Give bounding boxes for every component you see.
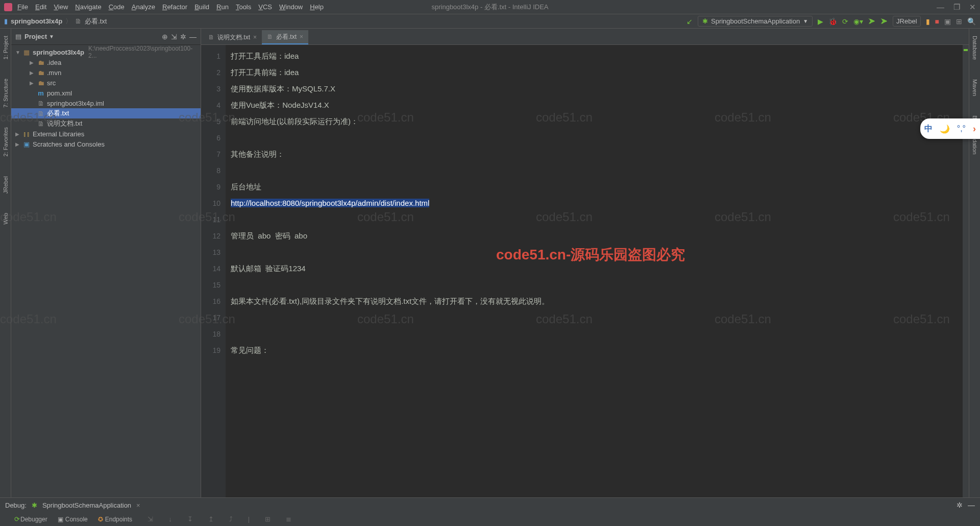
debug-step-icon[interactable]: ≣ xyxy=(286,515,291,523)
menu-build[interactable]: Build xyxy=(194,3,209,11)
chevron-down-icon[interactable]: ▼ xyxy=(49,34,54,39)
debug-step-icon[interactable]: ⊞ xyxy=(265,515,271,523)
menu-analyze[interactable]: Analyze xyxy=(132,3,155,11)
ime-lang[interactable]: 中 xyxy=(924,124,933,134)
tool-tab-2-favorites[interactable]: 2: Favorites xyxy=(3,125,9,158)
project-tree[interactable]: ▼▦ springboot3lx4p K:\needProccess\2023\… xyxy=(11,45,201,497)
maximize-icon[interactable]: ❐ xyxy=(953,3,960,12)
menu-file[interactable]: File xyxy=(17,3,28,11)
breadcrumb-root[interactable]: springboot3lx4p xyxy=(11,17,62,25)
project-panel-title[interactable]: Project xyxy=(24,33,47,40)
build-icon[interactable]: ↙ xyxy=(687,17,693,26)
tree-scratches[interactable]: ▶▣ Scratches and Consoles xyxy=(11,139,201,149)
debug-app-name[interactable]: SpringbootSchemaApplication xyxy=(42,501,131,509)
menu-navigate[interactable]: Navigate xyxy=(75,3,101,11)
code-line[interactable]: 使用Vue版本：NodeJsV14.X xyxy=(226,97,963,113)
debug-step-icon[interactable]: | xyxy=(248,515,250,523)
menu-vcs[interactable]: VCS xyxy=(258,3,272,11)
tool-tab-web[interactable]: Web xyxy=(3,211,9,226)
locate-icon[interactable]: ⊕ xyxy=(162,33,168,41)
git-icon[interactable]: ▣ xyxy=(944,17,951,26)
code-line[interactable] xyxy=(226,162,963,179)
code-line[interactable]: 如果本文件(必看.txt),同级目录文件夹下有说明文档.txt文件，请打开看下，… xyxy=(226,293,963,309)
code-line[interactable] xyxy=(226,130,963,146)
tool-tab-database[interactable]: Database xyxy=(972,34,978,62)
tree-external-libraries[interactable]: ▶⫿⫿ External Libraries xyxy=(11,129,201,139)
moon-icon[interactable]: 🌙 xyxy=(940,124,950,134)
collapse-icon[interactable]: — xyxy=(189,33,197,41)
breadcrumb[interactable]: ▮ springboot3lx4p 〉 🗎 必看.txt xyxy=(4,17,107,26)
tree-item[interactable]: ▶🖿src xyxy=(11,78,201,88)
jrebel-label[interactable]: JRebel xyxy=(893,16,920,27)
ime-dots[interactable]: °,° xyxy=(957,124,966,133)
editor-tab[interactable]: 🗎说明文档.txt× xyxy=(203,30,262,44)
menu-edit[interactable]: Edit xyxy=(35,3,46,11)
debug-step-icon[interactable]: ↓ xyxy=(168,515,172,523)
tool-tab-maven[interactable]: Maven xyxy=(972,77,978,98)
debug-icon[interactable]: 🐞 xyxy=(828,17,837,26)
code-line[interactable]: 前端访问地址(以前段实际运行为准)： xyxy=(226,113,963,130)
code-line[interactable]: 管理员 abo 密码 abo xyxy=(226,228,963,244)
code-line[interactable]: 默认邮箱 验证码1234 xyxy=(226,260,963,277)
tool-tab-jrebel[interactable]: JRebel xyxy=(3,174,9,196)
debug-step-icon[interactable]: ⤴ xyxy=(229,515,233,523)
code-line[interactable] xyxy=(226,326,963,342)
tree-item[interactable]: ▶🖿.mvn xyxy=(11,67,201,78)
editor-tab[interactable]: 🗎必看.txt× xyxy=(262,30,308,44)
editor-marker-bar[interactable] xyxy=(963,45,969,497)
code-line[interactable] xyxy=(226,277,963,293)
arrow-right-icon[interactable]: › xyxy=(973,124,976,134)
breadcrumb-file[interactable]: 必看.txt xyxy=(85,17,107,26)
code-line[interactable] xyxy=(226,309,963,326)
coverage-icon[interactable]: ⟳ xyxy=(842,17,848,26)
ime-floating-toolbar[interactable]: 中 🌙 °,° › xyxy=(920,118,980,139)
attach-icon[interactable]: ▮ xyxy=(926,17,930,26)
tree-item[interactable]: mpom.xml xyxy=(11,88,201,98)
tree-root[interactable]: ▼▦ springboot3lx4p K:\needProccess\2023\… xyxy=(11,47,201,57)
run-icon[interactable]: ▶ xyxy=(818,17,823,26)
code-line[interactable]: 打开工具后端：idea xyxy=(226,48,963,64)
expand-icon[interactable]: ⇲ xyxy=(171,33,177,41)
code-line[interactable] xyxy=(226,244,963,260)
tool-tab-7-structure[interactable]: 7: Structure xyxy=(3,77,9,110)
run-configuration-select[interactable]: ✱ SpringbootSchemaApplication ▼ xyxy=(698,16,813,27)
menu-help[interactable]: Help xyxy=(310,3,324,11)
close-icon[interactable]: ✕ xyxy=(969,3,976,12)
code-line[interactable]: 使用数据库版本：MySQL5.7.X xyxy=(226,81,963,97)
tree-item[interactable]: 🗎说明文档.txt xyxy=(11,118,201,129)
jrebel-run-icon[interactable]: ⮞ xyxy=(868,17,875,26)
menu-code[interactable]: Code xyxy=(109,3,125,11)
debug-step-icon[interactable]: ↧ xyxy=(187,515,193,523)
code-line[interactable]: 后台地址 xyxy=(226,179,963,195)
editor-gutter[interactable]: 12345678910111213141516171819 xyxy=(201,45,226,497)
close-icon[interactable]: × xyxy=(253,34,257,41)
close-icon[interactable]: × xyxy=(136,501,140,509)
stop-icon[interactable]: ■ xyxy=(935,17,939,26)
debug-step-icon[interactable]: ⇲ xyxy=(148,515,153,523)
close-icon[interactable]: × xyxy=(300,33,303,40)
debug-tab-endpoints[interactable]: ✪Endpoints xyxy=(98,516,132,523)
search-icon[interactable]: 🔍 xyxy=(967,17,976,26)
profile-icon[interactable]: ◉▾ xyxy=(853,17,863,26)
minimize-icon[interactable]: — xyxy=(968,501,975,509)
debug-tab-console[interactable]: ▣Console xyxy=(58,516,88,523)
tree-item[interactable]: 🗎必看.txt xyxy=(11,108,201,118)
code-line[interactable]: 打开工具前端：idea xyxy=(226,64,963,81)
gear-icon[interactable]: ✲ xyxy=(957,501,963,509)
menu-window[interactable]: Window xyxy=(279,3,303,11)
menu-tools[interactable]: Tools xyxy=(236,3,251,11)
menu-refactor[interactable]: Refactor xyxy=(162,3,187,11)
tool-tab-1-project[interactable]: 1: Project xyxy=(3,34,9,61)
tree-item[interactable]: 🗎springboot3lx4p.iml xyxy=(11,98,201,108)
code-line[interactable]: 常见问题： xyxy=(226,342,963,358)
editor-content[interactable]: code51.cn-源码乐园盗图必究 打开工具后端：idea打开工具前端：ide… xyxy=(226,45,963,497)
layout-icon[interactable]: ⊞ xyxy=(956,17,962,26)
code-line[interactable]: http://localhost:8080/springboot3lx4p/ad… xyxy=(226,195,963,211)
menu-run[interactable]: Run xyxy=(216,3,229,11)
menu-view[interactable]: View xyxy=(54,3,68,11)
code-line[interactable]: 其他备注说明： xyxy=(226,146,963,162)
rerun-icon[interactable]: ⟳ xyxy=(14,515,20,523)
code-line[interactable] xyxy=(226,211,963,228)
debug-tab-debugger[interactable]: Debugger xyxy=(20,516,47,523)
settings-icon[interactable]: ✲ xyxy=(180,33,186,41)
